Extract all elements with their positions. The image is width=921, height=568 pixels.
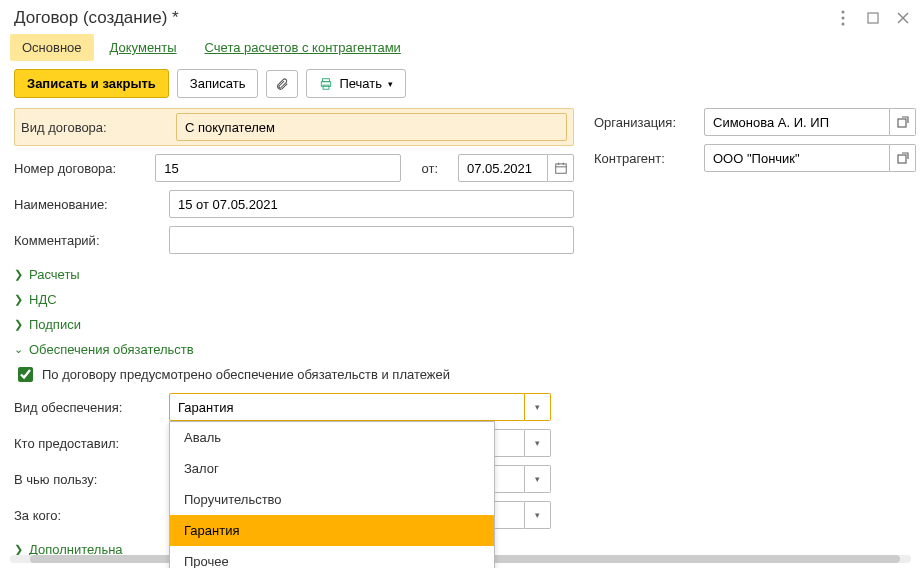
comment-label: Комментарий: <box>14 233 149 248</box>
dropdown-option[interactable]: Поручительство <box>170 484 494 515</box>
tabs-bar: Основное Документы Счета расчетов с конт… <box>0 34 921 69</box>
chevron-down-icon: ⌄ <box>14 343 23 356</box>
dropdown-option[interactable]: Гарантия <box>170 515 494 546</box>
from-label: от: <box>421 161 438 176</box>
attach-button[interactable] <box>266 70 298 98</box>
security-type-dropdown-button[interactable]: ▾ <box>525 393 551 421</box>
contract-type-label: Вид договора: <box>21 120 156 135</box>
chevron-down-icon: ▾ <box>535 438 540 448</box>
svg-rect-9 <box>555 164 566 173</box>
window-controls <box>835 10 911 26</box>
in-favor-dropdown-button[interactable]: ▾ <box>525 465 551 493</box>
group-vat[interactable]: ❯ НДС <box>14 287 907 312</box>
print-button[interactable]: Печать ▾ <box>306 69 406 98</box>
save-and-close-button[interactable]: Записать и закрыть <box>14 69 169 98</box>
group-signatures[interactable]: ❯ Подписи <box>14 312 907 337</box>
save-button[interactable]: Записать <box>177 69 259 98</box>
contract-no-label: Номер договора: <box>14 161 135 176</box>
org-input[interactable] <box>704 108 890 136</box>
svg-rect-14 <box>898 155 906 163</box>
svg-point-0 <box>842 11 845 14</box>
svg-point-1 <box>842 17 845 20</box>
close-icon[interactable] <box>895 10 911 26</box>
print-label: Печать <box>339 76 382 91</box>
svg-rect-8 <box>323 85 329 89</box>
dropdown-option[interactable]: Залог <box>170 453 494 484</box>
open-icon <box>897 152 909 164</box>
calendar-icon <box>554 161 568 175</box>
group-vat-label: НДС <box>29 292 57 307</box>
group-signatures-label: Подписи <box>29 317 81 332</box>
for-whom-dropdown-button[interactable]: ▾ <box>525 501 551 529</box>
date-input[interactable] <box>458 154 548 182</box>
security-checkbox-row: По договору предусмотрено обеспечение об… <box>14 362 907 393</box>
org-label: Организация: <box>594 115 684 130</box>
security-type-dropdown-list: АвальЗалогПоручительствоГарантияПрочее <box>169 421 495 568</box>
maximize-icon[interactable] <box>865 10 881 26</box>
chevron-right-icon: ❯ <box>14 318 23 331</box>
chevron-down-icon: ▾ <box>535 510 540 520</box>
chevron-down-icon: ▾ <box>535 402 540 412</box>
titlebar: Договор (создание) * <box>0 0 921 34</box>
provided-by-dropdown-button[interactable]: ▾ <box>525 429 551 457</box>
group-security-label: Обеспечения обязательств <box>29 342 194 357</box>
group-settlements[interactable]: ❯ Расчеты <box>14 262 907 287</box>
tab-documents[interactable]: Документы <box>98 34 189 61</box>
counterparty-label: Контрагент: <box>594 151 684 166</box>
svg-point-2 <box>842 23 845 26</box>
tab-main[interactable]: Основное <box>10 34 94 61</box>
security-provided-checkbox[interactable] <box>18 367 33 382</box>
org-open-button[interactable] <box>890 108 916 136</box>
name-input[interactable] <box>169 190 574 218</box>
chevron-right-icon: ❯ <box>14 268 23 281</box>
calendar-button[interactable] <box>548 154 574 182</box>
svg-rect-3 <box>868 13 878 23</box>
svg-rect-13 <box>898 119 906 127</box>
contract-no-input[interactable] <box>155 154 401 182</box>
toolbar: Записать и закрыть Записать Печать ▾ <box>0 69 921 108</box>
group-settlements-label: Расчеты <box>29 267 80 282</box>
chevron-right-icon: ❯ <box>14 293 23 306</box>
name-label: Наименование: <box>14 197 149 212</box>
window-title: Договор (создание) * <box>14 8 179 28</box>
form-area: Вид договора: Номер договора: от: На <box>0 108 921 562</box>
in-favor-label: В чью пользу: <box>14 472 149 487</box>
security-type-label: Вид обеспечения: <box>14 400 149 415</box>
more-icon[interactable] <box>835 10 851 26</box>
chevron-down-icon: ▾ <box>388 79 393 89</box>
dropdown-option[interactable]: Прочее <box>170 546 494 568</box>
for-whom-label: За кого: <box>14 508 149 523</box>
paperclip-icon <box>275 77 289 91</box>
counterparty-input[interactable] <box>704 144 890 172</box>
provided-by-label: Кто предоставил: <box>14 436 149 451</box>
group-security[interactable]: ⌄ Обеспечения обязательств <box>14 337 907 362</box>
security-provided-label: По договору предусмотрено обеспечение об… <box>42 367 450 382</box>
comment-input[interactable] <box>169 226 574 254</box>
security-type-input[interactable] <box>169 393 525 421</box>
printer-icon <box>319 77 333 91</box>
open-icon <box>897 116 909 128</box>
contract-type-input[interactable] <box>176 113 567 141</box>
counterparty-open-button[interactable] <box>890 144 916 172</box>
chevron-down-icon: ▾ <box>535 474 540 484</box>
dropdown-option[interactable]: Аваль <box>170 422 494 453</box>
tab-accounts[interactable]: Счета расчетов с контрагентами <box>193 34 413 61</box>
